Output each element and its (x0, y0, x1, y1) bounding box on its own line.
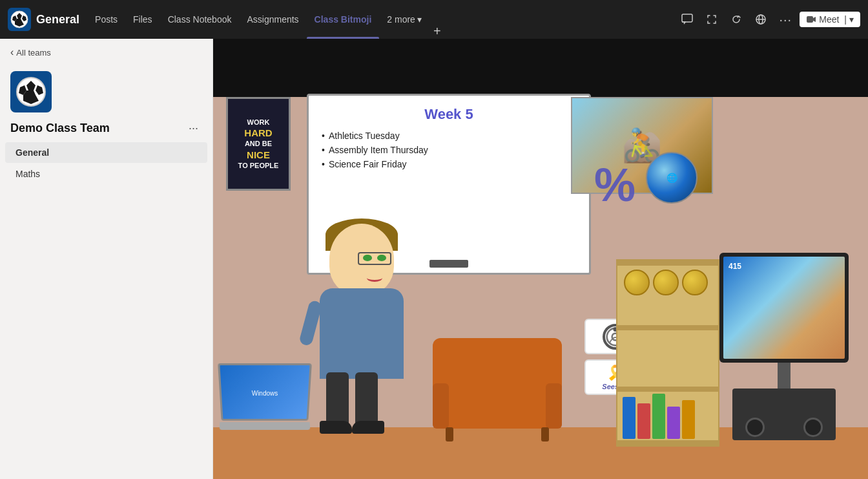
coin-3 (682, 270, 708, 295)
sidebar: ‹ All teams Demo Class Team ··· General … (0, 39, 213, 479)
coin-2 (653, 270, 679, 295)
svg-rect-5 (682, 14, 692, 22)
back-arrow-icon: ‹ (10, 47, 14, 58)
tab-class-notebook[interactable]: Class Notebook (160, 0, 240, 39)
bitmoji-torso (320, 288, 404, 379)
team-name-row: Demo Class Team ··· (0, 118, 212, 142)
globe-icon[interactable] (750, 9, 771, 30)
coin-1 (624, 270, 650, 295)
meet-chevron-icon[interactable]: ▾ (849, 14, 854, 25)
shelf-bottom (617, 440, 718, 445)
top-bar: General Posts Files Class Notebook Assig… (0, 0, 868, 39)
channel-item-maths[interactable]: Maths (5, 164, 207, 184)
couch (433, 345, 562, 429)
tab-navigation: Posts Files Class Notebook Assignments C… (87, 0, 672, 39)
channel-list: General Maths (0, 142, 212, 479)
bitmoji-body (310, 224, 413, 431)
tv-base (732, 389, 836, 440)
main-layout: ‹ All teams Demo Class Team ··· General … (0, 39, 868, 479)
book-4 (667, 407, 680, 439)
book-1 (623, 397, 636, 439)
sidebar-header: ‹ All teams (0, 39, 212, 66)
team-channel-icon (8, 8, 31, 31)
tv-outer: 415 (719, 253, 849, 363)
globe-decoration: 🌐 (646, 152, 698, 204)
tab-posts[interactable]: Posts (87, 0, 125, 39)
book-5 (682, 400, 695, 439)
books-group (623, 394, 695, 439)
whiteboard-title: Week 5 (322, 106, 576, 123)
bitmoji-head (329, 224, 394, 295)
tv-wheel-right (803, 418, 823, 437)
laptop-screen: Windows (218, 363, 312, 421)
bitmoji-mouth (367, 274, 382, 282)
meet-button[interactable]: Meet | ▾ (800, 12, 860, 27)
whiteboard-item-3: • Science Fair Friday (322, 159, 576, 169)
laptop: Windows (220, 364, 310, 429)
team-avatar (10, 71, 52, 112)
poster-text: WORK HARD AND BE NICE TO PEOPLE (238, 118, 279, 171)
tab-more[interactable]: 2 more ▾ (379, 0, 429, 39)
whiteboard-item-1: • Athletics Tuesday (322, 131, 576, 141)
couch-arm-right (546, 383, 562, 429)
channel-item-general[interactable]: General (5, 142, 207, 163)
laptop-base (220, 422, 311, 430)
shelf-body (616, 259, 719, 447)
shelf-top (617, 261, 718, 266)
chevron-down-icon: ▾ (417, 14, 422, 25)
team-more-options-button[interactable]: ··· (185, 120, 202, 136)
channel-title: General (36, 13, 79, 27)
globe-lines: 🌐 (666, 173, 677, 183)
motivational-poster: WORK HARD AND BE NICE TO PEOPLE (226, 97, 291, 191)
percent-decoration: % (594, 158, 636, 211)
tv-display: 415 (723, 257, 845, 276)
tab-class-bitmoji[interactable]: Class Bitmoji (307, 0, 380, 39)
laptop-display: Windows (252, 390, 278, 397)
expand-icon[interactable] (701, 9, 722, 30)
bitmoji-glasses (358, 252, 391, 265)
couch-leg-left (446, 427, 453, 442)
book-2 (637, 403, 650, 439)
meet-label: Meet (819, 14, 839, 25)
all-teams-back-button[interactable]: ‹ All teams (10, 47, 51, 58)
more-options-icon[interactable]: ··· (775, 9, 796, 30)
refresh-icon[interactable] (726, 9, 747, 30)
bitmoji-shoe-right (352, 421, 384, 434)
shelf-mid1 (617, 325, 718, 330)
meet-dropdown-divider: | (844, 14, 847, 25)
shelf-mid2 (617, 387, 718, 392)
couch-back (433, 338, 562, 396)
tv-screen: 415 (723, 257, 845, 359)
content-area: WORK HARD AND BE NICE TO PEOPLE Week 5 •… (213, 39, 868, 479)
couch-arm-left (433, 383, 449, 429)
whiteboard-item-2: • Assembly Item Thursday (322, 145, 576, 155)
tab-files[interactable]: Files (125, 0, 160, 39)
whiteboard-eraser (429, 260, 468, 268)
svg-rect-9 (807, 16, 813, 23)
tv-stand: 415 (713, 253, 855, 460)
tv-wheel-left (745, 418, 765, 437)
tab-assignments[interactable]: Assignments (239, 0, 306, 39)
all-teams-label: All teams (16, 48, 50, 58)
book-3 (652, 394, 665, 439)
teacher-bitmoji (297, 211, 426, 431)
bookshelf (616, 259, 719, 447)
couch-seat (439, 390, 555, 429)
add-tab-button[interactable]: + (429, 24, 445, 39)
chat-icon[interactable] (677, 9, 698, 30)
couch-leg-right (541, 427, 549, 442)
topbar-actions: ··· Meet | ▾ (677, 9, 860, 30)
ceiling-strip (213, 39, 868, 97)
bitmoji-shoe-left (320, 421, 352, 434)
bitmoji-classroom: WORK HARD AND BE NICE TO PEOPLE Week 5 •… (213, 39, 868, 479)
team-name: Demo Class Team (10, 122, 110, 135)
